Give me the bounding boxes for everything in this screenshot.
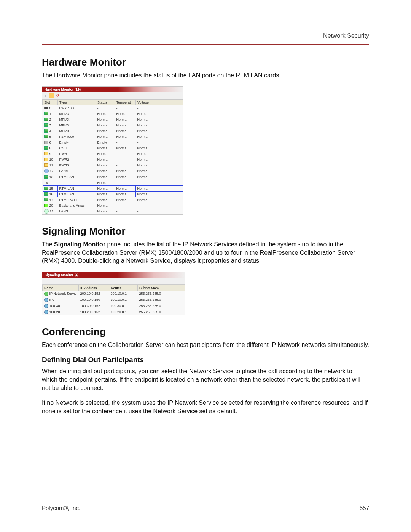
sig-col-name[interactable]: Name [43, 285, 79, 291]
table-row[interactable]: 11PWR3Normal-Normal [43, 162, 183, 168]
service-name: IP Network Servic [49, 292, 76, 296]
sig-col-router[interactable]: Router [109, 285, 138, 291]
volt-cell: Normal [136, 145, 183, 151]
status-cell: Normal [96, 117, 115, 122]
table-row[interactable]: IP Network Servic200.10.0.152200.10.0.12… [43, 291, 185, 297]
status-cell: Normal [96, 203, 115, 208]
slot-icon [44, 118, 48, 121]
table-row[interactable]: 100-30100.30.0.152100.30.0.1255.255.255.… [43, 303, 185, 309]
table-row[interactable]: 20Backplane AmosNormal-- [43, 203, 183, 208]
temp-cell: - [115, 203, 136, 208]
volt-cell: Normal [136, 191, 183, 197]
table-row[interactable]: 21LANSNormal-- [43, 208, 183, 214]
signaling-monitor-panel: Signaling Monitor (4) ⋮ Name IP Address … [42, 272, 185, 315]
temp-cell: - [115, 105, 136, 111]
status-cell: Normal [96, 128, 115, 134]
table-row[interactable]: 15RTM LANNormalNormalNormal [43, 185, 183, 191]
hw-titlebar-fade [83, 87, 183, 92]
volt-cell: Normal [136, 168, 183, 174]
table-row[interactable]: 1MPMXNormalNormalNormal [43, 111, 183, 117]
table-row[interactable]: 3MPMXNormalNormalNormal [43, 122, 183, 128]
table-row[interactable]: 13RTM LANNormalNormalNormal [43, 174, 183, 180]
status-cell: Normal [96, 157, 115, 162]
table-row[interactable]: 4MPMXNormalNormalNormal [43, 128, 183, 134]
slot-number: 16 [49, 192, 53, 196]
table-row[interactable]: 16RTM LANNormalNormalNormal [43, 191, 183, 197]
toolbar-grip: ⋮ [44, 279, 47, 283]
volt-cell: Normal [136, 122, 183, 128]
table-row[interactable]: 6EmptyEmpty-- [43, 139, 183, 145]
hardware-monitor-heading: Hardware Monitor [42, 56, 369, 68]
temp-cell: - [115, 180, 136, 185]
hardware-monitor-panel: Hardware Monitor (19) ⋮ ⟳ Slot Type Stat… [42, 86, 183, 215]
temp-cell: Normal [115, 122, 136, 128]
sig-col-subnet[interactable]: Subnet Mask [138, 285, 185, 291]
status-cell: Normal [96, 151, 115, 157]
hw-col-status[interactable]: Status [96, 99, 115, 105]
hw-titlebar: Hardware Monitor (19) [42, 87, 183, 92]
hw-col-temp[interactable]: Temperat [115, 99, 136, 105]
status-cell: Normal [96, 185, 115, 191]
signaling-monitor-heading: Signaling Monitor [42, 225, 369, 237]
status-cell: Normal [96, 134, 115, 139]
table-row[interactable]: 100-20100.20.0.152100.20.0.1255.255.255.… [43, 309, 185, 315]
slot-number: 4 [49, 129, 51, 133]
conferencing-heading: Conferencing [42, 326, 369, 338]
type-cell: MPMX [58, 117, 96, 122]
slot-icon [44, 158, 48, 161]
slot-icon [44, 107, 48, 109]
table-row[interactable]: IP2100.10.0.150100.10.0.1255.255.255.0 [43, 297, 185, 303]
folder-icon[interactable] [49, 93, 54, 98]
sig-intro-bold: Signaling Monitor [54, 241, 105, 248]
hw-col-slot[interactable]: Slot [43, 99, 58, 105]
ip-cell: 100.10.0.150 [79, 297, 109, 303]
temp-cell: - [115, 208, 136, 214]
network-icon [44, 310, 48, 314]
temp-cell: - [115, 157, 136, 162]
status-cell: Normal [96, 191, 115, 197]
slot-number: 9 [49, 152, 51, 156]
conferencing-p1: When defining dial out participants, you… [42, 367, 369, 392]
sig-col-ip[interactable]: IP Address [79, 285, 109, 291]
table-row[interactable]: 12FANSNormalNormalNormal [43, 168, 183, 174]
table-row[interactable]: 8CNTL+NormalNormalNormal [43, 145, 183, 151]
volt-cell: Normal [136, 128, 183, 134]
ip-cell: 200.10.0.152 [79, 291, 109, 297]
volt-cell: Normal [136, 111, 183, 117]
volt-cell: - [136, 105, 183, 111]
hw-col-volt[interactable]: Voltage [136, 99, 183, 105]
temp-cell: Normal [115, 185, 136, 191]
router-cell: 100.10.0.1 [109, 297, 138, 303]
status-cell: Normal [96, 208, 115, 214]
table-row[interactable]: 2MPMXNormalNormalNormal [43, 117, 183, 122]
defining-dial-out-heading: Defining Dial Out Participants [42, 356, 369, 364]
header-section-label: Network Security [42, 32, 369, 39]
ip-cell: 100.30.0.152 [79, 303, 109, 309]
refresh-icon[interactable]: ⟳ [56, 93, 60, 98]
slot-number: 13 [49, 175, 53, 179]
slot-icon [44, 175, 48, 179]
slot-icon [44, 204, 48, 207]
ip-cell: 100.20.0.152 [79, 309, 109, 315]
table-row[interactable]: 5FSM4000NormalNormalNormal [43, 134, 183, 139]
table-row[interactable]: 14Normal-- [43, 180, 183, 185]
page-footer: Polycom®, Inc. 557 [42, 505, 369, 511]
type-cell: PWR2 [58, 157, 96, 162]
table-row[interactable]: 10PWR2Normal-Normal [43, 157, 183, 162]
table-row[interactable]: 0RMX 4000--- [43, 105, 183, 111]
network-icon [44, 292, 48, 296]
hw-col-type[interactable]: Type [58, 99, 96, 105]
table-row[interactable]: 17RTM-IP4000NormalNormalNormal [43, 197, 183, 203]
status-cell: Empty [96, 139, 115, 145]
temp-cell: Normal [115, 168, 136, 174]
temp-cell: - [115, 162, 136, 168]
slot-number: 12 [50, 169, 54, 173]
type-cell: MPMX [58, 128, 96, 134]
table-row[interactable]: 9PWR1Normal-Normal [43, 151, 183, 157]
slot-number: 5 [49, 135, 51, 139]
slot-number: 21 [50, 209, 54, 213]
slot-number: 6 [49, 141, 51, 144]
status-cell: Normal [96, 162, 115, 168]
status-cell: Normal [96, 145, 115, 151]
sig-panel-title: Signaling Monitor (4) [42, 272, 81, 278]
